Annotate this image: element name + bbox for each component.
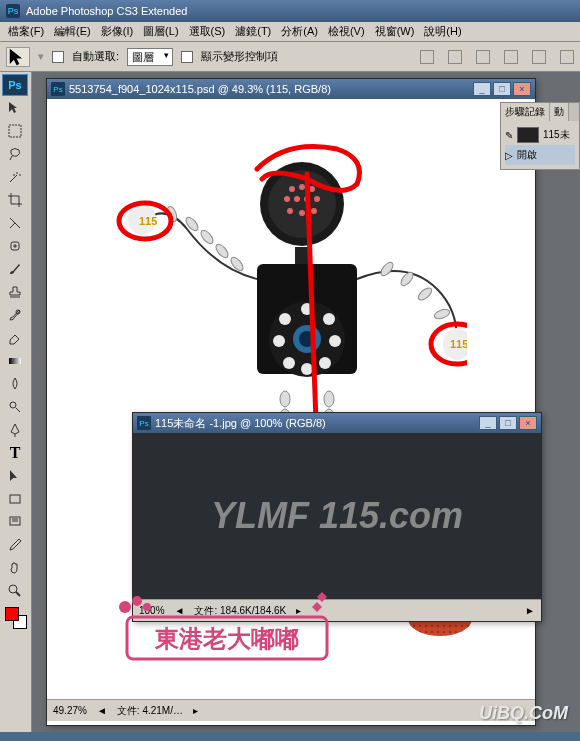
scroll-left-icon[interactable]: ◄ (97, 705, 107, 716)
zoom-tool[interactable] (2, 580, 28, 602)
menu-image[interactable]: 影像(I) (97, 22, 137, 41)
move-tool[interactable] (2, 97, 28, 119)
svg-point-56 (143, 603, 151, 611)
scroll-right-icon[interactable]: ► (525, 605, 535, 616)
history-snapshot-row[interactable]: ✎ 115未 (505, 125, 575, 145)
path-select-tool[interactable] (2, 465, 28, 487)
history-panel: 步驟記錄 動 ✎ 115未 ▷ 開啟 (500, 102, 580, 170)
blur-tool[interactable] (2, 373, 28, 395)
svg-point-34 (214, 242, 230, 259)
menu-filter[interactable]: 濾鏡(T) (231, 22, 275, 41)
align-left-icon[interactable] (504, 50, 518, 64)
layer-select[interactable]: 圖層 (127, 48, 173, 66)
gradient-tool[interactable] (2, 350, 28, 372)
show-transform-checkbox[interactable] (181, 51, 193, 63)
info-arrow-icon[interactable]: ▸ (193, 705, 198, 716)
svg-text:115: 115 (139, 215, 157, 227)
foreground-color[interactable] (5, 607, 19, 621)
type-tool[interactable]: T (2, 442, 28, 464)
svg-point-32 (301, 363, 313, 375)
shape-tool[interactable] (2, 488, 28, 510)
marquee-tool[interactable] (2, 120, 28, 142)
svg-point-33 (229, 255, 245, 272)
tab-actions[interactable]: 動 (550, 103, 569, 121)
healing-tool[interactable] (2, 235, 28, 257)
doc-icon: Ps (137, 416, 151, 430)
crop-tool[interactable] (2, 189, 28, 211)
ps-logo-icon[interactable]: Ps (2, 74, 28, 96)
svg-point-13 (284, 196, 290, 202)
svg-point-41 (433, 308, 451, 321)
svg-point-54 (119, 601, 131, 613)
svg-rect-20 (295, 247, 309, 265)
logo-text: YLMF 115.com (211, 495, 463, 537)
history-state-row[interactable]: ▷ 開啟 (505, 145, 575, 165)
svg-point-35 (199, 228, 215, 245)
minimize-button[interactable]: _ (473, 82, 491, 96)
menu-analysis[interactable]: 分析(A) (277, 22, 322, 41)
brush-tool[interactable] (2, 258, 28, 280)
auto-select-checkbox[interactable] (52, 51, 64, 63)
zoom-level[interactable]: 49.27% (53, 705, 87, 716)
svg-point-17 (287, 208, 293, 214)
app-icon: Ps (6, 4, 20, 18)
close-button[interactable]: × (519, 416, 537, 430)
hand-tool[interactable] (2, 557, 28, 579)
svg-point-4 (10, 402, 16, 408)
wand-tool[interactable] (2, 166, 28, 188)
svg-rect-0 (9, 125, 21, 137)
menu-select[interactable]: 選取(S) (185, 22, 230, 41)
svg-point-55 (132, 596, 142, 606)
align-vcenter-icon[interactable] (448, 50, 462, 64)
main-doc-titlebar[interactable]: Ps 5513754_f904_1024x115.psd @ 49.3% (11… (47, 79, 535, 99)
maximize-button[interactable]: □ (499, 416, 517, 430)
menu-window[interactable]: 視窗(W) (371, 22, 419, 41)
stamp-tool[interactable] (2, 281, 28, 303)
menu-layer[interactable]: 圖層(L) (139, 22, 182, 41)
menu-edit[interactable]: 編輯(E) (50, 22, 95, 41)
main-document-window: Ps 5513754_f904_1024x115.psd @ 49.3% (11… (46, 78, 536, 726)
tab-history[interactable]: 步驟記錄 (501, 103, 550, 121)
menu-view[interactable]: 檢視(V) (324, 22, 369, 41)
svg-point-7 (9, 585, 17, 593)
sub-doc-titlebar[interactable]: Ps 115未命名 -1.jpg @ 100% (RGB/8) _ □ × (133, 413, 541, 433)
minimize-button[interactable]: _ (479, 416, 497, 430)
menu-help[interactable]: 說明(H) (420, 22, 465, 41)
align-hcenter-icon[interactable] (532, 50, 546, 64)
align-top-icon[interactable] (420, 50, 434, 64)
options-bar: ▾ 自動選取: 圖層 顯示變形控制項 (0, 42, 580, 72)
svg-point-44 (280, 391, 290, 407)
align-right-icon[interactable] (560, 50, 574, 64)
svg-point-46 (324, 391, 334, 407)
doc-icon: Ps (51, 82, 65, 96)
pen-tool[interactable] (2, 419, 28, 441)
notes-tool[interactable] (2, 511, 28, 533)
maximize-button[interactable]: □ (493, 82, 511, 96)
workspace: Ps T Ps 5513754_f904_1024x115.p (0, 72, 580, 732)
menu-file[interactable]: 檔案(F) (4, 22, 48, 41)
site-watermark: UiBQ.CoM (479, 703, 568, 724)
eyedropper-tool[interactable] (2, 534, 28, 556)
history-brush-tool[interactable] (2, 304, 28, 326)
svg-point-18 (299, 210, 305, 216)
canvas-area: Ps 5513754_f904_1024x115.psd @ 49.3% (11… (32, 72, 580, 732)
align-bottom-icon[interactable] (476, 50, 490, 64)
main-status-bar: 49.27% ◄ 文件: 4.21M/… ▸ (47, 699, 535, 721)
svg-text:115: 115 (450, 338, 467, 350)
align-buttons (420, 50, 574, 64)
slice-tool[interactable] (2, 212, 28, 234)
color-swatch[interactable] (5, 607, 27, 629)
svg-rect-3 (9, 358, 21, 364)
lasso-tool[interactable] (2, 143, 28, 165)
svg-point-36 (184, 215, 200, 232)
dodge-tool[interactable] (2, 396, 28, 418)
move-tool-indicator[interactable] (6, 47, 30, 67)
svg-point-38 (379, 260, 395, 277)
close-button[interactable]: × (513, 82, 531, 96)
svg-point-11 (299, 184, 305, 190)
history-thumb (517, 127, 539, 143)
svg-point-10 (289, 186, 295, 192)
sub-doc-title: 115未命名 -1.jpg @ 100% (RGB/8) (155, 416, 326, 431)
sub-canvas[interactable]: YLMF 115.com (133, 433, 541, 599)
eraser-tool[interactable] (2, 327, 28, 349)
